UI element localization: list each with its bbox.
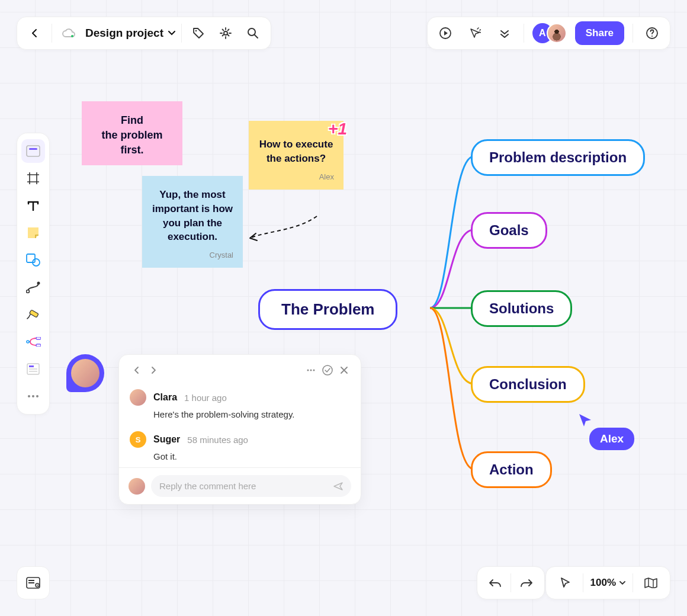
svg-point-2	[224, 31, 227, 35]
tool-frame[interactable]	[21, 166, 45, 190]
svg-rect-18	[29, 365, 34, 367]
sticky-note-yellow[interactable]: +1 How to execute the actions? Alex	[249, 121, 344, 190]
share-button[interactable]: Share	[575, 21, 624, 45]
avatar: S	[130, 431, 146, 448]
remote-cursor: Alex	[577, 412, 634, 450]
breadcrumb-bar: Design project	[17, 17, 271, 50]
svg-point-24	[307, 370, 309, 371]
svg-point-21	[28, 395, 30, 397]
comment-item: S Suger 58 minutes ago Got it.	[119, 425, 361, 467]
reply-input[interactable]: Reply the comment here	[151, 475, 351, 497]
sticky-author: Crystal	[152, 250, 233, 261]
comment-next[interactable]	[146, 363, 160, 377]
tool-sidebar	[17, 133, 50, 415]
sticky-author: Alex	[258, 172, 334, 182]
tool-pen[interactable]	[21, 303, 45, 326]
svg-point-0	[71, 35, 73, 37]
sticky-note-pink[interactable]: Find the problem first.	[82, 101, 182, 165]
cloud-icon	[58, 23, 79, 44]
present-button[interactable]	[435, 23, 456, 44]
help-button[interactable]	[641, 23, 663, 44]
connector-arrow	[243, 213, 326, 284]
mindmap-node[interactable]: Action	[471, 451, 552, 488]
map-button[interactable]	[640, 572, 662, 593]
minimap-button[interactable]	[17, 566, 50, 599]
svg-rect-15	[36, 337, 41, 339]
sticky-text: Find the problem first.	[91, 113, 173, 158]
tool-connector[interactable]	[21, 275, 45, 299]
plus-one-badge: +1	[328, 117, 347, 140]
comment-more[interactable]	[305, 364, 317, 376]
comment-pin[interactable]	[66, 354, 104, 392]
svg-rect-20	[29, 371, 37, 372]
mindmap-node[interactable]: Conclusion	[471, 366, 585, 403]
tool-template[interactable]	[21, 357, 45, 381]
svg-point-26	[313, 370, 315, 371]
comment-prev[interactable]	[130, 363, 144, 377]
back-button[interactable]	[24, 23, 46, 44]
svg-point-27	[323, 365, 332, 375]
svg-point-32	[37, 585, 38, 586]
svg-rect-19	[29, 368, 37, 370]
svg-point-23	[36, 395, 38, 397]
svg-point-11	[27, 290, 30, 293]
tool-text[interactable]	[21, 194, 45, 217]
settings-button[interactable]	[215, 23, 236, 44]
avatar	[130, 389, 146, 406]
actions-bar: A Share	[427, 17, 670, 50]
tool-topic[interactable]	[21, 139, 45, 163]
sticky-text: How to execute the actions?	[258, 137, 334, 166]
comment-item: Clara 1 hour ago Here's the problem-solv…	[119, 383, 361, 425]
history-bar	[477, 566, 545, 599]
svg-rect-7	[27, 146, 40, 156]
svg-point-14	[27, 341, 29, 343]
comment-close[interactable]	[338, 364, 350, 376]
undo-button[interactable]	[484, 572, 506, 593]
send-icon[interactable]	[333, 482, 343, 490]
svg-point-12	[37, 282, 40, 285]
chevron-down-icon	[619, 581, 625, 585]
sticky-text: Yup, the most important is how you plan …	[152, 188, 233, 244]
cursor-follow-button[interactable]	[464, 23, 486, 44]
mindmap-root[interactable]: The Problem	[258, 289, 397, 330]
project-title: Design project	[85, 27, 163, 40]
svg-rect-30	[28, 582, 34, 583]
redo-button[interactable]	[516, 572, 537, 593]
svg-rect-29	[28, 580, 34, 581]
svg-point-25	[310, 370, 312, 371]
svg-rect-9	[27, 254, 35, 262]
search-button[interactable]	[242, 23, 264, 44]
svg-point-1	[195, 30, 197, 32]
expand-button[interactable]	[494, 23, 515, 44]
pointer-button[interactable]	[554, 572, 576, 593]
comment-resolve[interactable]	[322, 364, 333, 376]
chevron-down-icon	[168, 31, 175, 36]
zoom-dropdown[interactable]: 100%	[590, 577, 625, 589]
view-bar: 100%	[545, 566, 670, 599]
avatar-photo[interactable]	[547, 23, 567, 43]
comment-panel: Clara 1 hour ago Here's the problem-solv…	[118, 354, 361, 505]
avatar	[129, 478, 145, 495]
tool-mindmap[interactable]	[21, 330, 45, 354]
project-title-dropdown[interactable]: Design project	[85, 27, 175, 40]
tool-sticky[interactable]	[21, 221, 45, 245]
svg-rect-13	[30, 310, 39, 317]
svg-rect-8	[29, 148, 37, 150]
svg-rect-16	[36, 344, 41, 346]
mindmap-node[interactable]: Goals	[471, 212, 547, 249]
mindmap-node[interactable]: Solutions	[471, 290, 572, 327]
tool-more[interactable]	[21, 384, 45, 408]
svg-point-22	[32, 395, 34, 397]
sticky-note-blue[interactable]: Yup, the most important is how you plan …	[142, 176, 243, 268]
svg-point-6	[651, 36, 653, 37]
mindmap-node[interactable]: Problem description	[471, 139, 645, 176]
svg-point-3	[248, 28, 255, 36]
tag-button[interactable]	[188, 23, 209, 44]
tool-shape[interactable]	[21, 248, 45, 272]
